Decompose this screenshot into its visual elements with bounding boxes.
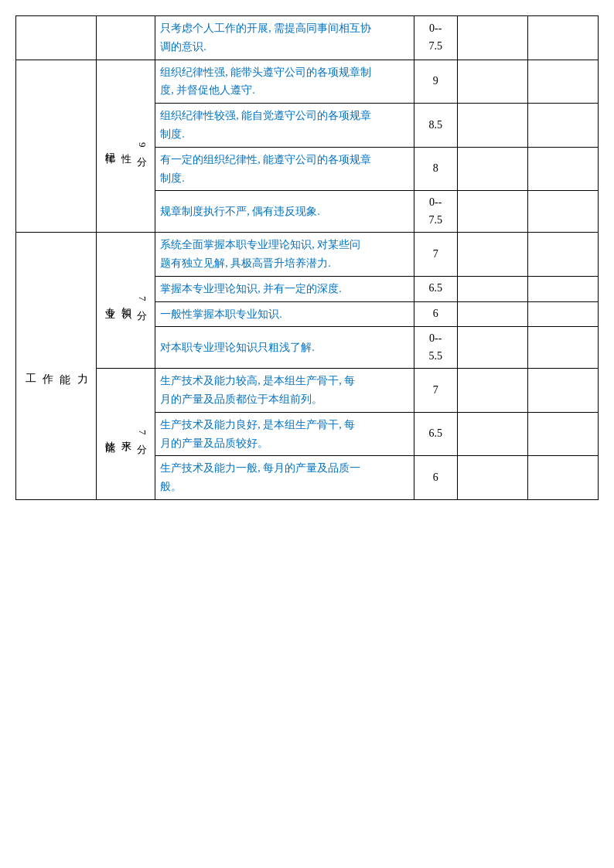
empty-cell-3 bbox=[457, 60, 527, 104]
description-cell-5: 规章制度执行不严, 偶有违反现象. bbox=[155, 191, 414, 233]
table-row: 技能水平7分 生产技术及能力较高, 是本组生产骨干, 每月的产量及品质都位于本组… bbox=[16, 369, 599, 413]
table-row: 工作能力 专业知识7分 系统全面掌握本职专业理论知识, 对某些问题有独立见解, … bbox=[16, 233, 599, 277]
empty-cell-22 bbox=[527, 412, 598, 456]
subcategory-jilvxing: 纪律性9分 bbox=[96, 60, 155, 233]
score-cell-8: 6 bbox=[414, 301, 457, 327]
description-cell-3: 组织纪律性较强, 能自觉遵守公司的各项规章制度. bbox=[155, 104, 414, 148]
description-cell-7: 掌握本专业理论知识, 并有一定的深度. bbox=[155, 276, 414, 301]
empty-cell-23 bbox=[457, 456, 527, 500]
category-cell-empty1 bbox=[16, 16, 97, 60]
description-cell-12: 生产技术及能力一般, 每月的产量及品质一般。 bbox=[155, 456, 414, 500]
empty-cell-5 bbox=[457, 104, 527, 148]
score-cell-2: 9 bbox=[414, 60, 457, 104]
score-cell-9: 0--5.5 bbox=[414, 327, 457, 369]
empty-cell-8 bbox=[527, 147, 598, 191]
subcategory-cell-empty1 bbox=[96, 16, 155, 60]
description-cell-4: 有一定的组织纪律性, 能遵守公司的各项规章制度. bbox=[155, 147, 414, 191]
empty-cell-7 bbox=[457, 147, 527, 191]
empty-cell-16 bbox=[527, 301, 598, 327]
table-row: 只考虑个人工作的开展, 需提高同事间相互协调的意识. 0--7.5 bbox=[16, 16, 599, 60]
description-cell-8: 一般性掌握本职专业知识. bbox=[155, 301, 414, 327]
empty-cell-13 bbox=[457, 276, 527, 301]
empty-cell-14 bbox=[527, 276, 598, 301]
score-cell-6: 7 bbox=[414, 233, 457, 277]
score-cell-3: 8.5 bbox=[414, 104, 457, 148]
score-cell-10: 7 bbox=[414, 369, 457, 413]
empty-cell-17 bbox=[457, 327, 527, 369]
empty-cell-1 bbox=[457, 16, 527, 60]
category-gongnuoli: 工作能力 bbox=[16, 233, 97, 500]
score-cell-1: 0--7.5 bbox=[414, 16, 457, 60]
description-cell-10: 生产技术及能力较高, 是本组生产骨干, 每月的产量及品质都位于本组前列。 bbox=[155, 369, 414, 413]
empty-cell-10 bbox=[527, 191, 598, 233]
empty-cell-19 bbox=[457, 369, 527, 413]
empty-cell-2 bbox=[527, 16, 598, 60]
subcategory-zhuanye: 专业知识7分 bbox=[96, 233, 155, 369]
description-cell-1: 只考虑个人工作的开展, 需提高同事间相互协调的意识. bbox=[155, 16, 414, 60]
score-cell-7: 6.5 bbox=[414, 276, 457, 301]
score-cell-5: 0--7.5 bbox=[414, 191, 457, 233]
empty-cell-6 bbox=[527, 104, 598, 148]
empty-cell-9 bbox=[457, 191, 527, 233]
description-cell-11: 生产技术及能力良好, 是本组生产骨干, 每月的产量及品质较好。 bbox=[155, 412, 414, 456]
evaluation-table: 只考虑个人工作的开展, 需提高同事间相互协调的意识. 0--7.5 纪律性9分 … bbox=[15, 15, 599, 500]
category-cell-empty2 bbox=[16, 60, 97, 233]
score-cell-11: 6.5 bbox=[414, 412, 457, 456]
description-cell-2: 组织纪律性强, 能带头遵守公司的各项规章制度, 并督促他人遵守. bbox=[155, 60, 414, 104]
empty-cell-15 bbox=[457, 301, 527, 327]
empty-cell-24 bbox=[527, 456, 598, 500]
table-row: 纪律性9分 组织纪律性强, 能带头遵守公司的各项规章制度, 并督促他人遵守. 9 bbox=[16, 60, 599, 104]
description-cell-9: 对本职专业理论知识只粗浅了解. bbox=[155, 327, 414, 369]
description-cell-6: 系统全面掌握本职专业理论知识, 对某些问题有独立见解, 具极高晋升培养潜力. bbox=[155, 233, 414, 277]
page-container: 只考虑个人工作的开展, 需提高同事间相互协调的意识. 0--7.5 纪律性9分 … bbox=[15, 15, 599, 500]
subcategory-jineng: 技能水平7分 bbox=[96, 369, 155, 500]
empty-cell-12 bbox=[527, 233, 598, 277]
score-cell-4: 8 bbox=[414, 147, 457, 191]
score-cell-12: 6 bbox=[414, 456, 457, 500]
empty-cell-18 bbox=[527, 327, 598, 369]
empty-cell-11 bbox=[457, 233, 527, 277]
empty-cell-20 bbox=[527, 369, 598, 413]
empty-cell-21 bbox=[457, 412, 527, 456]
empty-cell-4 bbox=[527, 60, 598, 104]
